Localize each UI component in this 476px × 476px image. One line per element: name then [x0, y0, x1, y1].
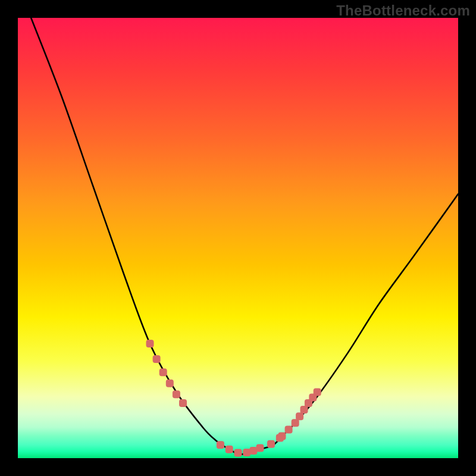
chart-svg [18, 18, 458, 458]
watermark-label: TheBottleneck.com [336, 2, 470, 19]
data-marker [292, 419, 299, 427]
data-marker [243, 449, 250, 456]
data-marker [173, 390, 180, 398]
data-marker [296, 412, 303, 420]
data-marker [153, 355, 161, 363]
data-marker [278, 433, 286, 440]
data-marker [179, 399, 187, 407]
data-marker [256, 444, 264, 452]
data-marker [249, 447, 257, 455]
bottleneck-curve [31, 18, 458, 455]
data-marker [314, 389, 321, 396]
data-marker [217, 441, 224, 449]
data-marker [267, 440, 275, 448]
data-marker [226, 446, 233, 453]
plot-area [18, 18, 458, 458]
marker-group [146, 340, 321, 457]
data-marker [166, 380, 174, 387]
data-marker [234, 449, 242, 457]
data-marker [159, 368, 167, 376]
data-marker [300, 406, 308, 414]
chart-frame: TheBottleneck.com [0, 0, 476, 476]
data-marker [146, 340, 154, 347]
data-marker [285, 425, 293, 433]
